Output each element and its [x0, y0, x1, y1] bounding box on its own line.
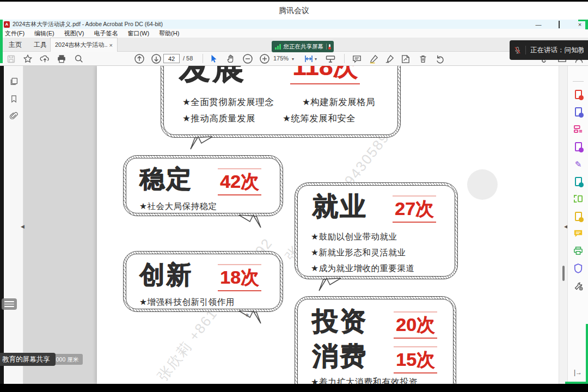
bubble-touzi-xiaofei: 投资 20次 消费 15次 ★着力扩大消费和有效投资: [295, 296, 456, 384]
menu-view[interactable]: 视图(V): [64, 29, 84, 38]
tools-rail: ✎ |→: [567, 66, 588, 384]
highlight-pen-icon[interactable]: [367, 53, 379, 65]
tab-document[interactable]: 2024吉林大学活动... ×: [50, 38, 118, 52]
comment-tool-icon[interactable]: [351, 53, 363, 65]
sign-pen-icon[interactable]: [383, 53, 395, 65]
bullet: ★构建新发展格局: [302, 96, 375, 108]
expand-panel-icon[interactable]: |→: [574, 369, 582, 376]
bubble-chuangxin: 创新 18次 ★增强科技创新引领作用: [123, 251, 283, 312]
tab-home[interactable]: 主页: [3, 38, 27, 52]
acrobat-titlebar[interactable]: A 2024吉林大学活动讲义.pdf - Adobe Acrobat Pro D…: [0, 20, 588, 29]
toolbar-divider: [344, 54, 345, 63]
bubble-wending: 稳定 42次 ★社会大局保持稳定: [123, 155, 283, 216]
edit-pdf-icon[interactable]: [573, 141, 584, 152]
organize-pages-icon[interactable]: [573, 124, 584, 134]
sharing-indicator-pill[interactable]: 您正在共享屏幕: [272, 41, 334, 52]
attachments-icon[interactable]: [8, 111, 19, 121]
bubble-tail: [237, 310, 262, 324]
window-controls: — ×: [535, 20, 584, 29]
acrobat-window-title: 2024吉林大学活动讲义.pdf - Adobe Acrobat Pro DC …: [13, 21, 163, 28]
protect-icon[interactable]: [573, 263, 584, 274]
tab-close-icon[interactable]: ×: [109, 42, 113, 48]
menu-window[interactable]: 窗口(W): [127, 29, 149, 38]
count: 118次: [290, 66, 360, 84]
speaking-label: 正在讲话：问知教育: [530, 46, 584, 55]
save-icon[interactable]: [5, 53, 17, 65]
bullet: ★成为就业增收的重要渠道: [311, 263, 414, 274]
menu-help[interactable]: 帮助(H): [159, 29, 179, 38]
star-favorites-icon[interactable]: [22, 53, 34, 65]
keyword: 发展: [179, 66, 246, 83]
collapse-left-panel-icon[interactable]: ◀: [21, 224, 24, 229]
bubble-tail: [189, 136, 215, 150]
fit-caret-icon[interactable]: ▾: [315, 57, 317, 62]
select-tool-icon[interactable]: [208, 53, 220, 65]
keyword: 消费: [312, 343, 367, 369]
search-icon[interactable]: [73, 53, 85, 65]
page-total-label: / 58: [183, 55, 193, 62]
acrobat-menubar: 文件(F) 编辑(E) 视图(V) 电子签名 窗口(W) 帮助(H): [0, 29, 588, 38]
bookmarks-icon[interactable]: [8, 93, 19, 104]
bubble-fazhan: 发展 118次 ★全面贯彻新发展理念 ★构建新发展格局 ★推动高质量发展 ★统筹…: [161, 66, 401, 138]
touchbar-mode-icon[interactable]: [324, 53, 336, 65]
menu-file[interactable]: 文件(F): [5, 29, 24, 38]
convert-pdf-icon[interactable]: [573, 176, 584, 187]
maximize-button[interactable]: [555, 21, 563, 28]
export-pdf-icon[interactable]: [573, 106, 584, 117]
zoom-level-value[interactable]: 175%: [273, 55, 289, 62]
bullet: ★增强科技创新引领作用: [139, 297, 234, 308]
text-cursor: ⌖: [245, 311, 249, 320]
comment-panel-icon[interactable]: [573, 228, 584, 239]
bullet: ★新就业形态和灵活就业: [311, 247, 406, 259]
annotation-menu-badge[interactable]: [2, 298, 17, 310]
undo-rotate-icon[interactable]: [434, 53, 446, 65]
count: 18次: [218, 264, 261, 291]
create-pdf-icon[interactable]: [573, 89, 584, 100]
share-watch-tooltip: 教育的屏幕共享: [0, 353, 56, 366]
bubble-jiuye: 就业 27次 ★鼓励以创业带动就业 ★新就业形态和灵活就业 ★成为就业增收的重要…: [295, 182, 458, 279]
acrobat-toolbar: / 58 175% ▾ ▾: [0, 52, 588, 66]
count: 42次: [218, 168, 261, 195]
menu-edit[interactable]: 编辑(E): [34, 29, 54, 38]
print-production-icon[interactable]: [573, 246, 584, 256]
count: 15次: [394, 346, 437, 373]
bullet: ★着力扩大消费和有效投资: [311, 377, 418, 384]
pdf-page: 张欣莉 +8618943058992 张欣莉 +8618943058992 发展…: [97, 66, 559, 384]
meeting-titlebar: 腾讯会议: [0, 2, 588, 20]
document-area: ◀ 张欣莉 +8618943058992 张欣莉 +8618943058992 …: [0, 66, 588, 384]
next-page-icon[interactable]: [150, 53, 162, 65]
keyword: 创新: [139, 262, 193, 287]
more-tools-icon[interactable]: [573, 280, 584, 291]
print-icon[interactable]: [56, 53, 68, 65]
recording-cloud-icon[interactable]: [329, 44, 330, 49]
rail-divider: [573, 81, 584, 82]
previous-page-icon[interactable]: [133, 53, 145, 65]
zoom-in-icon[interactable]: [259, 53, 271, 65]
zoom-out-icon[interactable]: [242, 53, 254, 65]
page-number-input[interactable]: [163, 54, 180, 63]
close-button[interactable]: ×: [576, 21, 584, 28]
fit-width-icon[interactable]: [303, 53, 315, 65]
zoom-caret-icon[interactable]: ▾: [292, 57, 294, 62]
scan-ocr-icon[interactable]: [573, 193, 584, 204]
hand-tool-icon[interactable]: [225, 53, 237, 65]
scrollbar-thumb[interactable]: [562, 266, 565, 281]
share-frame-bottom: [565, 382, 588, 384]
speaking-banner[interactable]: 正在讲话：问知教育: [510, 40, 588, 60]
bullet: ★社会大局保持稳定: [139, 201, 217, 212]
bubble-tail: [318, 277, 343, 292]
request-signatures-icon[interactable]: [573, 211, 584, 222]
keyword: 投资: [312, 308, 367, 334]
menu-esign[interactable]: 电子签名: [94, 29, 118, 38]
page-thumbnails-icon[interactable]: [8, 76, 19, 87]
stamp-tool-icon[interactable]: [399, 53, 411, 65]
toolbar-divider: [203, 54, 203, 63]
bubble-tail: [237, 214, 262, 229]
minimize-button[interactable]: —: [535, 21, 542, 28]
fill-sign-icon[interactable]: ✎: [573, 158, 584, 169]
tab-tools[interactable]: 工具: [28, 38, 52, 52]
share-cloud-icon[interactable]: [39, 53, 51, 65]
delete-tool-icon[interactable]: [417, 53, 429, 65]
meeting-background-strip: [0, 66, 4, 384]
share-frame-top: [578, 20, 588, 21]
